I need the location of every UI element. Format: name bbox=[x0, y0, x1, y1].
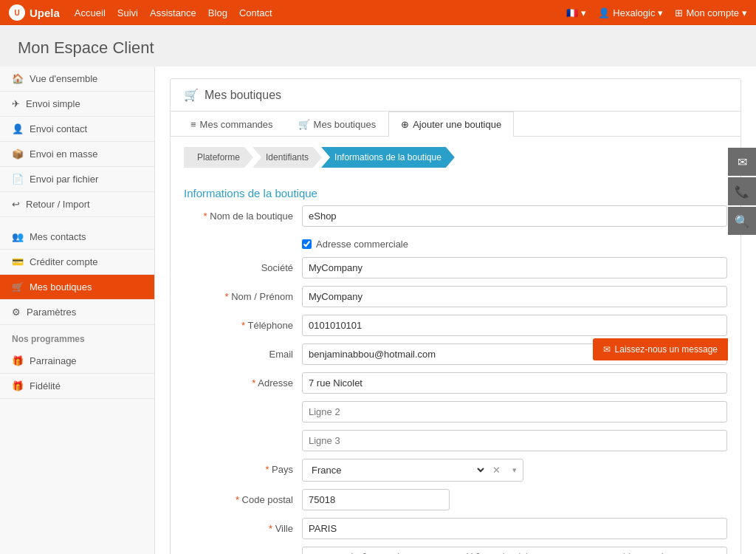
notes-row: Notes bbox=[184, 547, 727, 554]
sidebar-item-envoi-fichier[interactable]: 📄 Envoi par fichier bbox=[0, 167, 154, 192]
user-menu[interactable]: 👤 Hexalogic ▾ bbox=[598, 7, 663, 18]
nom-prenom-input[interactable] bbox=[302, 286, 727, 307]
shop-icon: 🛒 bbox=[12, 281, 24, 293]
grid-icon: ⊞ bbox=[675, 7, 683, 18]
tab-ajouter-boutique[interactable]: ⊕ Ajouter une boutique bbox=[388, 112, 514, 137]
sidebar-label-parametres: Paramètres bbox=[27, 307, 76, 318]
sidebar-label-envoi-contact: Envoi contact bbox=[30, 123, 87, 134]
page-title: Mon Espace Client bbox=[0, 25, 756, 66]
section-heading: Mes boutiques bbox=[205, 89, 281, 102]
tab-mes-boutiques[interactable]: 🛒 Mes boutiques bbox=[286, 112, 389, 137]
code-postal-input[interactable] bbox=[302, 489, 450, 510]
chevron-down-icon: ▾ bbox=[581, 7, 586, 18]
email-label: Email bbox=[184, 343, 302, 360]
step-plateforme[interactable]: Plateforme bbox=[184, 147, 253, 168]
tab-mes-boutiques-label: Mes boutiques bbox=[314, 119, 377, 130]
main-content: 🛒 Mes boutiques ≡ Mes commandes 🛒 Mes bo… bbox=[155, 66, 756, 554]
tabs: ≡ Mes commandes 🛒 Mes boutiques ⊕ Ajoute… bbox=[171, 112, 740, 137]
societe-label: Société bbox=[184, 257, 302, 273]
adresse-input[interactable] bbox=[302, 372, 727, 394]
contacts-icon: 👥 bbox=[12, 231, 24, 242]
cart-icon: 🛒 bbox=[184, 88, 199, 102]
nav-accueil[interactable]: Accueil bbox=[75, 7, 106, 18]
steps-bar: Plateforme Identifiants Informations de … bbox=[171, 137, 740, 178]
shop-name-input[interactable] bbox=[302, 205, 727, 227]
step-identifiants[interactable]: Identifiants bbox=[252, 147, 322, 168]
telephone-input[interactable] bbox=[302, 315, 727, 336]
language-selector[interactable]: 🇫🇷 ▾ bbox=[566, 7, 586, 18]
tab-ajouter-boutique-label: Ajouter une boutique bbox=[413, 119, 501, 130]
phone-float-icon: 📞 bbox=[735, 185, 749, 199]
ville-label: Ville bbox=[184, 518, 302, 534]
search-float-button[interactable]: 🔍 bbox=[728, 207, 756, 235]
sidebar-label-mes-contacts: Mes contacts bbox=[30, 231, 86, 242]
user-chevron-icon: ▾ bbox=[658, 7, 663, 18]
email-float-icon: ✉ bbox=[738, 155, 747, 169]
sidebar-item-envoi-masse[interactable]: 📦 Envoi en masse bbox=[0, 142, 154, 167]
pays-select[interactable]: France Belgique Suisse Luxembourg bbox=[303, 459, 487, 481]
nom-prenom-label: Nom / Prénom bbox=[184, 286, 302, 302]
sidebar-item-mes-boutiques[interactable]: 🛒 Mes boutiques bbox=[0, 275, 154, 300]
notes-textarea[interactable] bbox=[302, 547, 727, 554]
ligne3-input[interactable] bbox=[302, 430, 727, 451]
user-name: Hexalogic bbox=[613, 7, 655, 18]
adresse-label: Adresse bbox=[184, 372, 302, 389]
phone-float-button[interactable]: 📞 bbox=[728, 177, 756, 205]
nav-blog[interactable]: Blog bbox=[208, 7, 227, 18]
sidebar-item-parrainage[interactable]: 🎁 Parrainage bbox=[0, 349, 154, 374]
home-icon: 🏠 bbox=[12, 73, 24, 84]
select-clear-icon[interactable]: ✕ bbox=[487, 465, 506, 476]
sidebar-item-envoi-simple[interactable]: ✈ Envoi simple bbox=[0, 92, 154, 117]
telephone-row: Téléphone bbox=[184, 315, 727, 336]
account-label: Mon compte bbox=[686, 7, 739, 18]
societe-input[interactable] bbox=[302, 257, 727, 278]
leave-message-label: Laissez-nous un message bbox=[615, 344, 718, 355]
page-header: 🛒 Mes boutiques bbox=[171, 79, 740, 112]
sidebar-label-envoi-simple: Envoi simple bbox=[26, 98, 80, 109]
notes-label: Notes bbox=[184, 547, 302, 554]
sidebar-label-mes-boutiques: Mes boutiques bbox=[30, 281, 92, 293]
account-chevron-icon: ▾ bbox=[742, 7, 747, 18]
leave-message-button[interactable]: ✉ Laissez-nous un message bbox=[593, 338, 728, 360]
send-icon: ✈ bbox=[12, 98, 20, 109]
sidebar-item-fidelite[interactable]: 🎁 Fidélité bbox=[0, 374, 154, 399]
sidebar-item-mes-contacts[interactable]: 👥 Mes contacts bbox=[0, 225, 154, 250]
sidebar-label-retour: Retour / Import bbox=[26, 199, 90, 210]
sidebar-item-vue-ensemble[interactable]: 🏠 Vue d'ensemble bbox=[0, 66, 154, 92]
tab-mes-commandes[interactable]: ≡ Mes commandes bbox=[178, 112, 286, 137]
ville-input[interactable] bbox=[302, 518, 727, 539]
user-icon: 👤 bbox=[598, 7, 610, 18]
mass-icon: 📦 bbox=[12, 148, 24, 160]
email-float-button[interactable]: ✉ bbox=[728, 148, 756, 176]
sidebar-item-retour[interactable]: ↩ Retour / Import bbox=[0, 192, 154, 217]
adresse-commerciale-checkbox[interactable] bbox=[302, 239, 312, 249]
list-icon: ≡ bbox=[190, 119, 196, 130]
brand[interactable]: U Upela bbox=[9, 4, 60, 21]
sidebar-item-parametres[interactable]: ⚙ Paramètres bbox=[0, 300, 154, 325]
nav-contact[interactable]: Contact bbox=[239, 7, 272, 18]
settings-icon: ⚙ bbox=[12, 307, 21, 318]
sidebar-item-envoi-contact[interactable]: 👤 Envoi contact bbox=[0, 117, 154, 142]
shop-tab-icon: 🛒 bbox=[298, 119, 310, 130]
ligne3-spacer bbox=[184, 430, 302, 435]
adresse-commerciale-label: Adresse commerciale bbox=[316, 239, 408, 250]
step-informations[interactable]: Informations de la boutique bbox=[321, 147, 455, 168]
programs-section-title: Nos programmes bbox=[0, 325, 154, 349]
brand-logo-icon: U bbox=[9, 4, 25, 21]
shop-name-label: Nom de la boutique bbox=[184, 205, 302, 222]
pays-select-wrapper: France Belgique Suisse Luxembourg ✕ ▾ bbox=[302, 459, 523, 482]
code-postal-row: Code postal bbox=[184, 489, 727, 510]
sidebar-item-crediter[interactable]: 💳 Créditer compte bbox=[0, 250, 154, 275]
nav-right: 🇫🇷 ▾ 👤 Hexalogic ▾ ⊞ Mon compte ▾ bbox=[566, 7, 747, 18]
ligne3-row bbox=[184, 430, 727, 451]
sidebar-label-envoi-fichier: Envoi par fichier bbox=[30, 174, 98, 185]
file-icon: 📄 bbox=[12, 174, 24, 185]
nav-suivi[interactable]: Suivi bbox=[117, 7, 138, 18]
step-identifiants-label: Identifiants bbox=[252, 147, 322, 168]
leave-message-icon: ✉ bbox=[603, 344, 611, 355]
ligne2-input[interactable] bbox=[302, 401, 727, 423]
nav-assistance[interactable]: Assistance bbox=[150, 7, 196, 18]
informations-section-title: Informations de la boutique bbox=[171, 178, 740, 205]
account-menu[interactable]: ⊞ Mon compte ▾ bbox=[675, 7, 747, 18]
return-icon: ↩ bbox=[12, 199, 20, 210]
